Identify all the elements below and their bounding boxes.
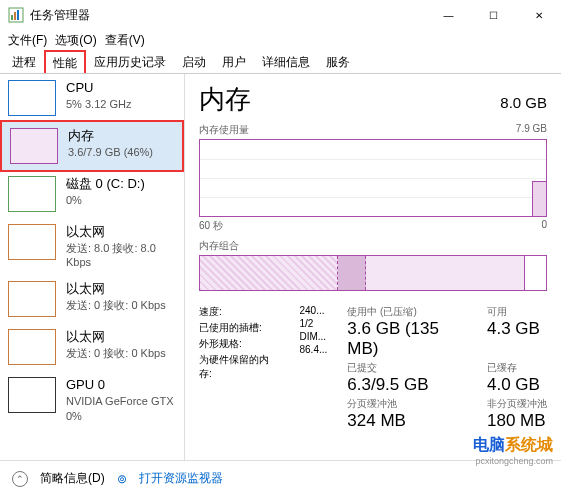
sidebar-title: 磁盘 0 (C: D:) bbox=[66, 176, 145, 193]
sidebar-title: CPU bbox=[66, 80, 131, 97]
tab-services[interactable]: 服务 bbox=[318, 50, 358, 73]
app-icon bbox=[8, 7, 24, 23]
cached-value: 4.0 GB bbox=[487, 375, 547, 395]
speed-value: 240... bbox=[299, 305, 327, 316]
sidebar-title: 内存 bbox=[68, 128, 153, 145]
commit-label: 已提交 bbox=[347, 361, 467, 375]
tab-details[interactable]: 详细信息 bbox=[254, 50, 318, 73]
chevron-up-icon[interactable]: ⌃ bbox=[12, 471, 28, 487]
sidebar-title: 以太网 bbox=[66, 224, 176, 241]
tab-app-history[interactable]: 应用历史记录 bbox=[86, 50, 174, 73]
svg-rect-2 bbox=[14, 12, 16, 20]
sidebar-item-memory[interactable]: 内存3.6/7.9 GB (46%) bbox=[0, 120, 184, 172]
resource-monitor-link[interactable]: 打开资源监视器 bbox=[139, 470, 223, 487]
paged-label: 分页缓冲池 bbox=[347, 397, 467, 411]
slots-value: 1/2 bbox=[299, 318, 327, 329]
window-title: 任务管理器 bbox=[30, 7, 426, 24]
nonpaged-label: 非分页缓冲池 bbox=[487, 397, 547, 411]
reserved-label: 为硬件保留的内存: bbox=[199, 353, 279, 381]
menu-options[interactable]: 选项(O) bbox=[53, 32, 98, 49]
menu-view[interactable]: 查看(V) bbox=[103, 32, 147, 49]
close-button[interactable]: ✕ bbox=[516, 0, 561, 30]
nonpaged-value: 180 MB bbox=[487, 411, 547, 431]
axis-right: 0 bbox=[541, 219, 547, 233]
gpu-graph-icon bbox=[8, 377, 56, 413]
inuse-label: 使用中 (已压缩) bbox=[347, 305, 467, 319]
paged-value: 324 MB bbox=[347, 411, 467, 431]
cached-label: 已缓存 bbox=[487, 361, 547, 375]
sidebar-item-disk[interactable]: 磁盘 0 (C: D:)0% bbox=[0, 170, 184, 218]
form-value: DIM... bbox=[299, 331, 327, 342]
sidebar-item-ethernet-0[interactable]: 以太网发送: 8.0 接收: 8.0 Kbps bbox=[0, 218, 184, 275]
ethernet-graph-icon bbox=[8, 329, 56, 365]
speed-label: 速度: bbox=[199, 305, 279, 319]
composition-label: 内存组合 bbox=[199, 239, 239, 253]
disk-graph-icon bbox=[8, 176, 56, 212]
memory-graph-icon bbox=[10, 128, 58, 164]
page-title: 内存 bbox=[199, 82, 251, 117]
tab-processes[interactable]: 进程 bbox=[4, 50, 44, 73]
sidebar-item-gpu[interactable]: GPU 0NVIDIA GeForce GTX0% bbox=[0, 371, 184, 428]
tab-performance[interactable]: 性能 bbox=[44, 50, 86, 73]
svg-rect-3 bbox=[17, 10, 19, 20]
sidebar-title: 以太网 bbox=[66, 329, 166, 346]
sidebar: CPU5% 3.12 GHz 内存3.6/7.9 GB (46%) 磁盘 0 (… bbox=[0, 74, 185, 460]
sidebar-title: 以太网 bbox=[66, 281, 166, 298]
sidebar-item-ethernet-2[interactable]: 以太网发送: 0 接收: 0 Kbps bbox=[0, 323, 184, 371]
sidebar-item-cpu[interactable]: CPU5% 3.12 GHz bbox=[0, 74, 184, 122]
ethernet-graph-icon bbox=[8, 224, 56, 260]
memory-total: 8.0 GB bbox=[500, 94, 547, 111]
avail-label: 可用 bbox=[487, 305, 547, 319]
svg-rect-1 bbox=[11, 15, 13, 20]
main-panel: 内存 8.0 GB 内存使用量 7.9 GB 60 秒 0 内存组合 使用中 (… bbox=[185, 74, 561, 460]
maximize-button[interactable]: ☐ bbox=[471, 0, 516, 30]
form-label: 外形规格: bbox=[199, 337, 279, 351]
tab-users[interactable]: 用户 bbox=[214, 50, 254, 73]
sidebar-title: GPU 0 bbox=[66, 377, 174, 394]
watermark: 电脑系统城 pcxitongcheng.com bbox=[473, 435, 553, 466]
minimize-button[interactable]: — bbox=[426, 0, 471, 30]
commit-value: 6.3/9.5 GB bbox=[347, 375, 467, 395]
inuse-value: 3.6 GB (135 MB) bbox=[347, 319, 467, 359]
menu-file[interactable]: 文件(F) bbox=[6, 32, 49, 49]
axis-left: 60 秒 bbox=[199, 219, 223, 233]
sidebar-item-ethernet-1[interactable]: 以太网发送: 0 接收: 0 Kbps bbox=[0, 275, 184, 323]
usage-label: 内存使用量 bbox=[199, 123, 249, 137]
reserved-value: 86.4... bbox=[299, 344, 327, 355]
slots-label: 已使用的插槽: bbox=[199, 321, 279, 335]
avail-value: 4.3 GB bbox=[487, 319, 547, 339]
ethernet-graph-icon bbox=[8, 281, 56, 317]
memory-composition-chart bbox=[199, 255, 547, 291]
memory-usage-chart bbox=[199, 139, 547, 217]
fewer-details-link[interactable]: 简略信息(D) bbox=[40, 470, 105, 487]
tab-startup[interactable]: 启动 bbox=[174, 50, 214, 73]
cpu-graph-icon bbox=[8, 80, 56, 116]
usage-max: 7.9 GB bbox=[516, 123, 547, 137]
